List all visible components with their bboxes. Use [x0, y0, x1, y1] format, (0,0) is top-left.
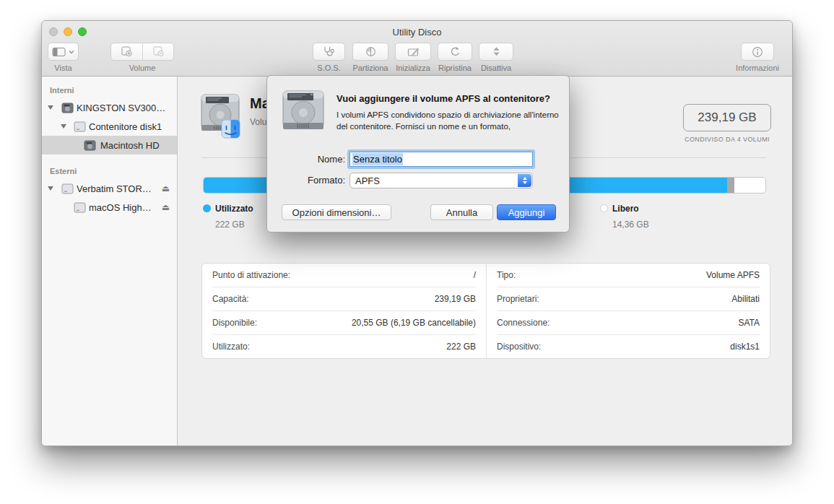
- sidebar-item-macos-high[interactable]: macOS High… ⏏: [42, 198, 177, 217]
- legend-used-value: 222 GB: [215, 220, 253, 230]
- detail-value: /: [474, 270, 476, 280]
- erase-label: Inizializza: [396, 64, 430, 72]
- first-aid-button[interactable]: [313, 43, 345, 61]
- name-field-label: Nome:: [280, 154, 345, 165]
- detail-row-mount-point: Punto di attivazione: /: [212, 264, 476, 287]
- volume-label: Volume: [129, 64, 156, 72]
- add-volume-button[interactable]: [111, 43, 142, 61]
- format-select[interactable]: APFS: [349, 173, 533, 188]
- toolbar-group-sos: S.O.S.: [313, 43, 345, 72]
- sidebar-item-container[interactable]: Contenitore disk1: [42, 117, 177, 136]
- cancel-button[interactable]: Annulla: [430, 204, 493, 220]
- finder-badge-icon: [222, 120, 240, 138]
- restore-button[interactable]: [438, 43, 472, 61]
- detail-row-available: Disponibile: 20,55 GB (6,19 GB cancellab…: [212, 310, 476, 334]
- external-drive-icon: [74, 202, 86, 213]
- details-table: Punto di attivazione: / Capacità: 239,19…: [201, 263, 770, 359]
- unmount-button[interactable]: [479, 43, 513, 61]
- legend-free-dot: [600, 204, 608, 212]
- sidebar-item-label: macOS High…: [89, 202, 152, 213]
- detail-label: Tipo:: [497, 270, 516, 280]
- remove-volume-icon: [152, 46, 165, 57]
- info-icon: [752, 46, 763, 58]
- name-input[interactable]: Senza titolo: [349, 152, 533, 167]
- eject-icon[interactable]: ⏏: [162, 202, 170, 212]
- legend-free: Libero 14,36 GB: [600, 201, 649, 230]
- detail-row-capacity: Capacità: 239,19 GB: [212, 287, 476, 310]
- detail-label: Capacità:: [212, 294, 249, 304]
- sidebar-item-label: Macintosh HD: [100, 140, 160, 151]
- detail-row-device: Dispositivo: disk1s1: [497, 334, 760, 358]
- total-size-badge: 239,19 GB: [683, 104, 771, 131]
- detail-value: SATA: [738, 318, 760, 328]
- dialog-body-text: I volumi APFS condividono spazio di arch…: [336, 109, 562, 133]
- disclosure-triangle-icon[interactable]: [48, 105, 53, 110]
- detail-value: 239,19 GB: [435, 294, 476, 304]
- eject-icon[interactable]: ⏏: [162, 183, 170, 194]
- restore-label: Ripristina: [438, 64, 472, 72]
- detail-value: 20,55 GB (6,19 GB cancellabile): [352, 318, 476, 328]
- toolbar-group-volume: Volume: [110, 43, 174, 72]
- add-button[interactable]: Aggiungi: [497, 204, 556, 220]
- sidebar-item-kingston[interactable]: KINGSTON SV300…: [42, 98, 177, 117]
- detail-value: 222 GB: [446, 342, 476, 352]
- sidebar-item-label: Verbatim STOR…: [77, 183, 152, 194]
- detail-label: Connessione:: [497, 318, 550, 328]
- toolbar-group-restore: Ripristina: [438, 43, 472, 72]
- details-right-column: Tipo: Volume APFS Proprietari: Abilitati…: [486, 264, 770, 358]
- toolbar-group-partition: Partiziona: [352, 43, 388, 72]
- details-left-column: Punto di attivazione: / Capacità: 239,19…: [202, 264, 486, 358]
- disclosure-triangle-icon[interactable]: [61, 124, 66, 129]
- partition-label: Partiziona: [353, 64, 388, 72]
- sidebar-item-verbatim[interactable]: Verbatim STOR… ⏏: [42, 179, 177, 198]
- select-stepper-icon: [518, 174, 531, 187]
- erase-button[interactable]: [395, 43, 431, 61]
- detail-value: Volume APFS: [706, 270, 760, 280]
- info-button[interactable]: [741, 43, 774, 61]
- external-drive-icon: [61, 183, 74, 194]
- detail-value: disk1s1: [730, 342, 760, 352]
- format-selected-value: APFS: [355, 175, 380, 186]
- detail-label: Disponibile:: [212, 318, 257, 328]
- unmount-icon: [492, 46, 501, 57]
- shared-volumes-caption: CONDIVISO DA 4 VOLUMI: [663, 136, 791, 143]
- toolbar-group-unmount: Disattiva: [479, 43, 513, 72]
- partition-button[interactable]: [352, 43, 388, 61]
- format-field-label: Formato:: [280, 175, 345, 186]
- erase-icon: [407, 47, 420, 57]
- disclosure-triangle-icon[interactable]: [48, 186, 53, 191]
- container-disk-icon: [74, 121, 86, 132]
- unmount-label: Disattiva: [481, 64, 511, 72]
- view-button[interactable]: [48, 43, 79, 61]
- internal-drive-icon: [84, 140, 96, 151]
- toolbar-group-vista: Vista: [48, 43, 79, 72]
- detail-label: Punto di attivazione:: [212, 270, 290, 280]
- detail-label: Dispositivo:: [497, 342, 541, 352]
- name-input-selected-text: Senza titolo: [352, 153, 403, 165]
- dialog-disk-icon: [282, 89, 325, 135]
- sidebar-section-external: Esterni: [42, 163, 177, 179]
- titlebar-toolbar: Utility Disco Vista: [42, 21, 792, 77]
- window-title: Utility Disco: [42, 27, 792, 38]
- detail-row-connection: Connessione: SATA: [497, 310, 760, 334]
- first-aid-label: S.O.S.: [317, 64, 340, 72]
- remove-volume-button[interactable]: [142, 43, 173, 61]
- size-options-button[interactable]: Opzioni dimensioni…: [282, 204, 391, 220]
- legend-used-label: Utilizzato: [215, 204, 253, 214]
- volume-segmented-control: [110, 43, 174, 61]
- volume-disk-icon: [200, 92, 242, 139]
- toolbar-group-erase: Inizializza: [395, 43, 431, 72]
- sidebar-item-macintosh-hd[interactable]: Macintosh HD: [42, 136, 177, 155]
- legend-free-value: 14,36 GB: [612, 220, 649, 230]
- sidebar-section-internal: Interni: [42, 82, 177, 98]
- restore-icon: [449, 46, 461, 57]
- internal-drive-icon: [61, 103, 74, 113]
- detail-label: Proprietari:: [497, 294, 539, 304]
- sidebar: Interni KINGSTON SV300… Contenitore disk…: [42, 77, 178, 446]
- legend-used: Utilizzato 222 GB: [203, 201, 253, 230]
- info-label: Informazioni: [736, 64, 779, 72]
- add-apfs-volume-dialog: Vuoi aggiungere il volume APFS al conten…: [266, 75, 570, 233]
- disk-utility-window: Utility Disco Vista: [41, 20, 793, 446]
- first-aid-icon: [323, 46, 335, 57]
- view-icon: [52, 47, 74, 57]
